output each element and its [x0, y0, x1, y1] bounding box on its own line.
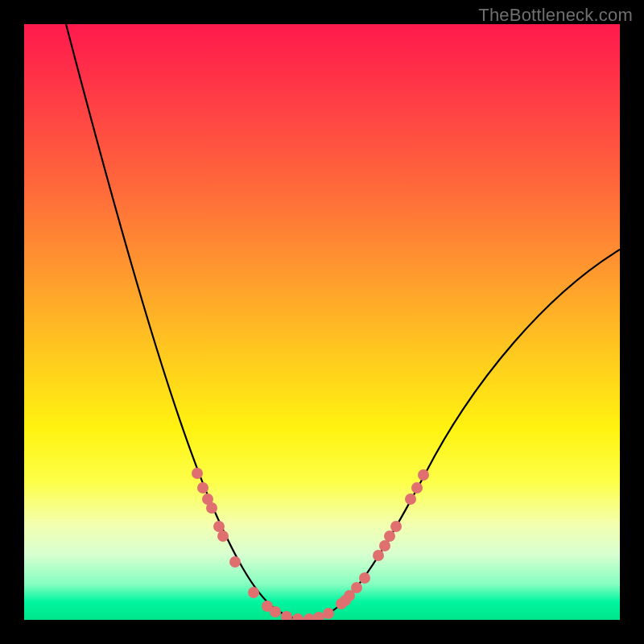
- marker-group: [192, 468, 429, 620]
- curve-marker: [303, 613, 315, 620]
- curve-marker: [270, 606, 281, 617]
- curve-marker: [206, 502, 217, 514]
- curve-marker: [213, 521, 225, 532]
- bottleneck-curve: [66, 24, 620, 620]
- curve-marker: [292, 613, 303, 620]
- curve-marker: [384, 530, 395, 542]
- curve-marker: [411, 482, 423, 493]
- curve-marker: [313, 612, 324, 620]
- curve-marker: [418, 469, 429, 481]
- curve-marker: [390, 521, 402, 532]
- curve-marker: [405, 493, 416, 505]
- outer-frame: TheBottleneck.com: [0, 0, 644, 644]
- curve-marker: [379, 540, 390, 551]
- watermark-text: TheBottleneck.com: [478, 5, 633, 26]
- curve-marker: [197, 482, 208, 493]
- curve-marker: [192, 468, 203, 479]
- curve-marker: [217, 530, 229, 542]
- curve-marker: [281, 611, 292, 620]
- curve-marker: [323, 608, 334, 619]
- curve-marker: [351, 582, 362, 593]
- plot-area: [24, 24, 620, 620]
- curve-marker: [248, 587, 259, 598]
- curve-svg: [24, 24, 620, 620]
- curve-marker: [373, 550, 384, 561]
- curve-marker: [359, 572, 370, 584]
- curve-marker: [229, 556, 241, 568]
